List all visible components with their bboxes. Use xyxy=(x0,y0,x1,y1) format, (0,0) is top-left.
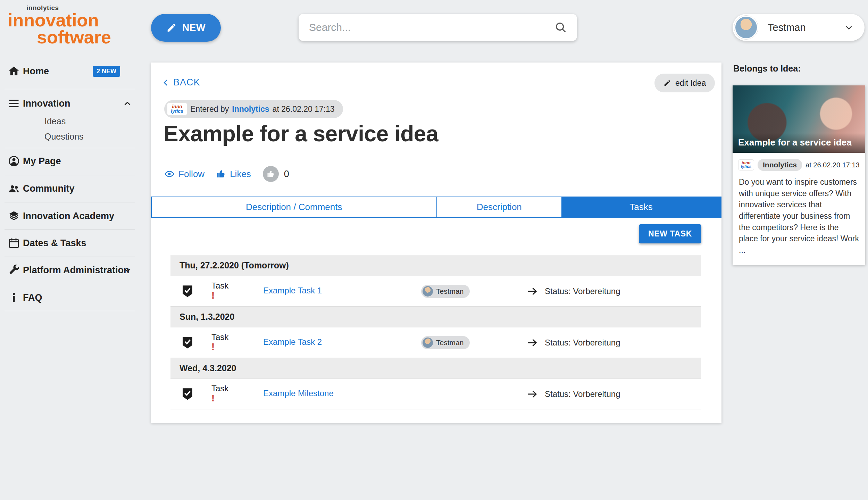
tab-tasks[interactable]: Tasks xyxy=(561,197,721,217)
thumbs-up-icon xyxy=(216,169,226,179)
home-icon xyxy=(8,65,20,77)
logo-chip-line2: lytics xyxy=(741,165,752,169)
tab-description[interactable]: Description xyxy=(436,197,562,217)
search-input[interactable] xyxy=(308,21,554,34)
idea-actions: Follow Likes 0 xyxy=(164,166,289,182)
tab-bar: Description / Comments Description Tasks xyxy=(151,197,721,218)
entered-by-badge: inno lytics Entered by Innolytics at 26.… xyxy=(164,100,343,118)
related-idea-author[interactable]: Innolytics xyxy=(758,159,802,171)
sidebar-item-innovation[interactable]: Innovation xyxy=(0,94,135,113)
logo-chip-line2: lytics xyxy=(171,109,183,114)
top-header: innolytics innovation software NEW Testm… xyxy=(0,0,868,57)
task-type: Task ! xyxy=(211,281,228,301)
divider xyxy=(5,202,135,202)
arrow-right-icon xyxy=(526,388,539,400)
task-title-link[interactable]: Example Task 1 xyxy=(263,286,322,295)
sidebar-item-innovation-academy[interactable]: Innovation Academy xyxy=(0,206,135,226)
chevron-down-icon xyxy=(844,22,854,33)
related-idea-title: Example for a service idea xyxy=(733,133,865,153)
user-avatar xyxy=(734,16,758,39)
task-group-header: Sun, 1.3.2020 xyxy=(170,306,701,327)
new-task-button[interactable]: NEW TASK xyxy=(639,224,701,243)
task-title-link[interactable]: Example Milestone xyxy=(263,389,334,398)
entered-by-author-link[interactable]: Innolytics xyxy=(232,105,269,114)
related-idea-timestamp: at 26.02.20 17:13 xyxy=(806,161,860,169)
layers-icon xyxy=(8,210,20,222)
like-count-icon[interactable] xyxy=(263,166,279,182)
app-logo[interactable]: innolytics innovation software xyxy=(0,4,111,46)
chevron-left-icon xyxy=(161,78,170,87)
task-group-date: Wed, 4.3.2020 xyxy=(180,363,236,373)
divider xyxy=(5,148,135,148)
edit-idea-label: edit Idea xyxy=(675,78,706,88)
divider xyxy=(5,89,135,89)
priority-flag: ! xyxy=(211,291,228,301)
new-button[interactable]: NEW xyxy=(151,14,221,42)
sidebar-item-home[interactable]: Home 2 NEW xyxy=(0,61,135,81)
sidebar-item-faq[interactable]: FAQ xyxy=(0,288,135,307)
sidebar-item-my-page[interactable]: My Page xyxy=(0,151,135,171)
calendar-icon xyxy=(8,237,20,249)
sidebar: Home 2 NEW Innovation Ideas Questions My… xyxy=(0,57,135,500)
task-status: Status: Vorbereitung xyxy=(545,389,620,399)
divider xyxy=(5,175,135,175)
search-bar xyxy=(299,14,577,41)
search-icon[interactable] xyxy=(554,21,567,34)
info-icon xyxy=(8,291,20,304)
sidebar-item-community[interactable]: Community xyxy=(0,179,135,198)
task-type: Task ! xyxy=(211,384,228,404)
user-menu[interactable]: Testman xyxy=(733,14,865,41)
pencil-icon xyxy=(166,23,177,33)
task-row[interactable]: Task ! Example Milestone Status: Vorbere… xyxy=(170,378,701,409)
logo-line-1: innovation xyxy=(8,12,111,29)
follow-button[interactable]: Follow xyxy=(164,169,205,180)
priority-flag: ! xyxy=(211,342,228,352)
sidebar-item-label: FAQ xyxy=(23,292,42,303)
tab-description-comments[interactable]: Description / Comments xyxy=(152,197,436,217)
task-check-icon[interactable] xyxy=(180,284,195,298)
eye-icon xyxy=(164,169,175,179)
back-link[interactable]: BACK xyxy=(161,77,200,88)
chevron-down-icon xyxy=(122,265,133,275)
divider xyxy=(5,284,135,284)
divider xyxy=(5,229,135,230)
task-status: Status: Vorbereitung xyxy=(545,338,620,348)
assignee-chip[interactable]: Testman xyxy=(421,285,470,298)
related-idea-card[interactable]: Example for a service idea inno lytics I… xyxy=(733,85,865,265)
priority-flag: ! xyxy=(211,393,228,404)
task-row[interactable]: Task ! Example Task 2 Testman Status: Vo… xyxy=(170,327,701,358)
task-check-icon[interactable] xyxy=(180,386,195,401)
assignee-avatar xyxy=(423,338,433,348)
task-group-date: Thu, 27.2.2020 (Tomorrow) xyxy=(180,260,289,270)
task-type-label: Task xyxy=(211,281,228,291)
sidebar-item-platform-administration[interactable]: Platform Administration xyxy=(0,260,135,280)
divider xyxy=(5,311,135,311)
wrench-icon xyxy=(8,264,20,276)
back-label: BACK xyxy=(173,77,200,88)
logo-line-2: software xyxy=(37,29,111,46)
likes-button[interactable]: Likes xyxy=(216,169,251,180)
people-icon xyxy=(8,182,20,195)
pencil-icon xyxy=(663,79,671,87)
edit-idea-button[interactable]: edit Idea xyxy=(654,74,715,92)
task-row[interactable]: Task ! Example Task 1 Testman Status: Vo… xyxy=(170,276,701,306)
assignee-name: Testman xyxy=(436,339,464,347)
task-group-header: Thu, 27.2.2020 (Tomorrow) xyxy=(170,255,701,276)
sidebar-item-label: Innovation Academy xyxy=(23,211,114,222)
related-idea-meta: inno lytics Innolytics at 26.02.20 17:13 xyxy=(733,153,865,171)
like-count-value: 0 xyxy=(284,169,289,180)
sidebar-item-questions[interactable]: Questions xyxy=(44,130,84,143)
task-title-link[interactable]: Example Task 2 xyxy=(263,337,322,347)
sidebar-item-label: My Page xyxy=(23,156,61,167)
sidebar-item-label: Innovation xyxy=(23,98,70,109)
assignee-chip[interactable]: Testman xyxy=(421,336,470,349)
task-status: Status: Vorbereitung xyxy=(545,286,620,296)
task-check-icon[interactable] xyxy=(180,335,195,350)
idea-detail-card: BACK edit Idea inno lytics Entered by In… xyxy=(151,62,721,423)
divider xyxy=(5,257,135,257)
task-type-label: Task xyxy=(211,384,228,393)
idea-title: Example for a service idea xyxy=(164,121,438,147)
sidebar-item-dates-tasks[interactable]: Dates & Tasks xyxy=(0,233,135,253)
new-button-label: NEW xyxy=(182,22,206,33)
sidebar-item-ideas[interactable]: Ideas xyxy=(44,115,66,127)
